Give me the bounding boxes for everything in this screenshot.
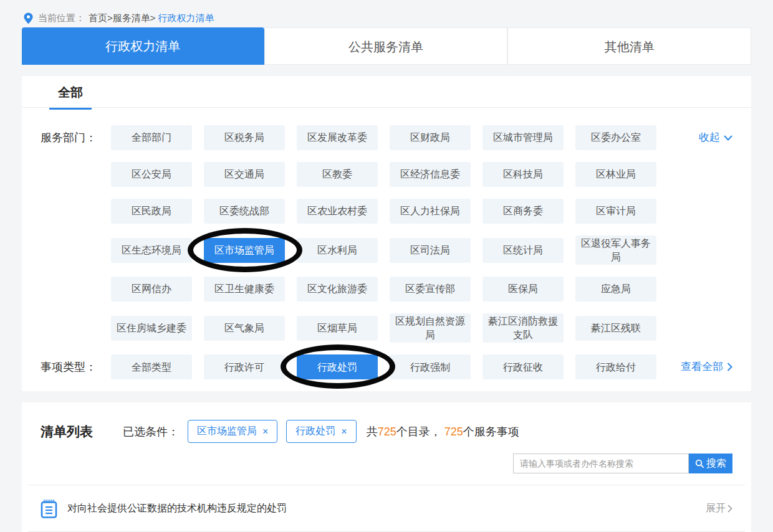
document-icon: [41, 499, 57, 518]
department-filter-button[interactable]: 区网信办: [111, 277, 192, 302]
department-filter-button[interactable]: 区交通局: [204, 162, 285, 187]
department-filter-button[interactable]: 区生态环境局: [111, 238, 192, 263]
list-header: 清单列表 已选条件： 区市场监管局×行政处罚× 共725个目录， 725个服务事…: [41, 420, 732, 443]
department-filter-button[interactable]: 区退役军人事务局: [575, 235, 656, 265]
selected-filter-tag: 行政处罚×: [286, 420, 356, 443]
department-filter-button[interactable]: 区经济信息委: [390, 162, 471, 187]
collapse-label: 收起: [699, 125, 720, 150]
chevron-down-icon: [724, 135, 732, 141]
view-all-label: 查看全部: [681, 354, 723, 379]
search-icon: [695, 459, 704, 468]
chevron-right-icon: [727, 363, 732, 371]
type-filter-button[interactable]: 全部类型: [111, 354, 192, 379]
department-filter-button[interactable]: 区教委: [297, 162, 378, 187]
type-filter-button[interactable]: 行政征收: [483, 354, 564, 379]
remove-tag-icon[interactable]: ×: [262, 426, 268, 437]
expand-label: 展开: [706, 502, 726, 515]
department-filter-button[interactable]: 区委宣传部: [390, 277, 471, 302]
list-item-title: 对向社会提供公证数据的技术机构违反规定的处罚: [67, 502, 706, 515]
tag-label: 行政处罚: [295, 425, 335, 438]
department-filter-button[interactable]: 区公安局: [111, 162, 192, 187]
department-filter-button[interactable]: 区住房城乡建委: [111, 316, 192, 341]
tab-all[interactable]: 全部: [49, 76, 92, 110]
department-filter-button[interactable]: 区文化旅游委: [297, 277, 378, 302]
department-filter-button[interactable]: 区委统战部: [204, 199, 285, 224]
chevron-right-icon: [727, 505, 732, 513]
type-filter-button[interactable]: 行政处罚: [297, 354, 378, 379]
service-item-count: 725: [444, 425, 463, 438]
department-filter-button[interactable]: 区发展改革委: [297, 125, 378, 150]
expand-link[interactable]: 展开: [706, 502, 732, 515]
main-tab-public-service-list[interactable]: 公共服务清单: [264, 27, 508, 65]
list-panel: 清单列表 已选条件： 区市场监管局×行政处罚× 共725个目录， 725个服务事…: [22, 402, 751, 532]
breadcrumb-label: 当前位置：: [38, 12, 85, 24]
type-filter-row: 事项类型： 全部类型行政许可行政处罚行政强制行政征收行政给付 查看全部: [41, 354, 732, 391]
department-filter-button[interactable]: 区城市管理局: [483, 125, 564, 150]
department-filter-button[interactable]: 区卫生健康委: [204, 277, 285, 302]
type-filter-label: 事项类型：: [41, 354, 111, 379]
department-filter-button[interactable]: 区水利局: [297, 238, 378, 263]
department-filter-button[interactable]: 区商务委: [483, 199, 564, 224]
view-all-link[interactable]: 查看全部: [681, 354, 732, 379]
department-buttons: 全部部门区税务局区发展改革委区财政局区城市管理局区委办公室区公安局区交通局区教委…: [111, 125, 672, 354]
selected-filter-tags: 区市场监管局×行政处罚×: [179, 420, 357, 443]
catalog-count: 725: [378, 425, 396, 438]
main-tabs: 行政权力清单公共服务清单其他清单: [22, 27, 751, 65]
department-filter-button[interactable]: 全部部门: [111, 125, 192, 150]
search-bar: 搜索: [41, 454, 732, 473]
service-list: 对向社会提供公证数据的技术机构违反规定的处罚展开: [41, 485, 732, 532]
search-input[interactable]: [513, 454, 689, 473]
department-filter-button[interactable]: 区规划自然资源局: [390, 313, 471, 343]
department-filter-button[interactable]: 应急局: [575, 277, 656, 302]
department-filter-button[interactable]: 区司法局: [390, 238, 471, 263]
department-filter-button[interactable]: 区民政局: [111, 199, 192, 224]
collapse-link[interactable]: 收起: [699, 125, 732, 150]
department-filter-label: 服务部门：: [41, 125, 111, 150]
department-filter-button[interactable]: 区统计局: [483, 238, 564, 263]
department-filter-button[interactable]: 区科技局: [483, 162, 564, 187]
search-button-label: 搜索: [706, 457, 726, 470]
remove-tag-icon[interactable]: ×: [341, 426, 347, 437]
department-filter-button[interactable]: 医保局: [483, 277, 564, 302]
department-filter-button[interactable]: 綦江区消防救援支队: [483, 313, 564, 343]
list-item: 对向社会提供公证数据的技术机构违反规定的处罚展开: [28, 485, 745, 532]
list-title: 清单列表: [41, 423, 93, 440]
location-pin-icon: [24, 12, 33, 24]
search-button[interactable]: 搜索: [689, 454, 732, 473]
department-filter-row: 服务部门： 全部部门区税务局区发展改革委区财政局区城市管理局区委办公室区公安局区…: [41, 125, 732, 354]
department-filter-button[interactable]: 区林业局: [575, 162, 656, 187]
breadcrumb: 当前位置： 首页>服务清单> 行政权力清单: [0, 0, 773, 27]
tag-label: 区市场监管局: [197, 425, 257, 438]
department-filter-button[interactable]: 区税务局: [204, 125, 285, 150]
filter-panel: 全部 服务部门： 全部部门区税务局区发展改革委区财政局区城市管理局区委办公室区公…: [22, 76, 751, 391]
breadcrumb-path[interactable]: 首页>服务清单>: [89, 12, 156, 24]
department-filter-button[interactable]: 綦江区残联: [575, 316, 656, 341]
department-filter-button[interactable]: 区人力社保局: [390, 199, 471, 224]
type-filter-button[interactable]: 行政强制: [390, 354, 471, 379]
department-filter-button[interactable]: 区气象局: [204, 316, 285, 341]
department-filter-button[interactable]: 区烟草局: [297, 316, 378, 341]
selected-filter-tag: 区市场监管局×: [188, 420, 277, 443]
selected-conditions-label: 已选条件：: [123, 424, 179, 439]
department-filter-button[interactable]: 区市场监管局: [204, 238, 285, 263]
department-filter-button[interactable]: 区财政局: [390, 125, 471, 150]
sub-tab-bar: 全部: [22, 76, 751, 108]
result-count: 共725个目录， 725个服务事项: [367, 424, 519, 439]
department-filter-button[interactable]: 区委办公室: [575, 125, 656, 150]
department-filter-button[interactable]: 区农业农村委: [297, 199, 378, 224]
type-buttons: 全部类型行政许可行政处罚行政强制行政征收行政给付: [111, 354, 672, 391]
type-filter-button[interactable]: 行政许可: [204, 354, 285, 379]
main-tab-admin-power-list[interactable]: 行政权力清单: [22, 27, 264, 65]
type-filter-button[interactable]: 行政给付: [575, 354, 656, 379]
main-tab-other-list[interactable]: 其他清单: [507, 27, 751, 65]
breadcrumb-current: 行政权力清单: [158, 12, 214, 24]
department-filter-button[interactable]: 区审计局: [575, 199, 656, 224]
